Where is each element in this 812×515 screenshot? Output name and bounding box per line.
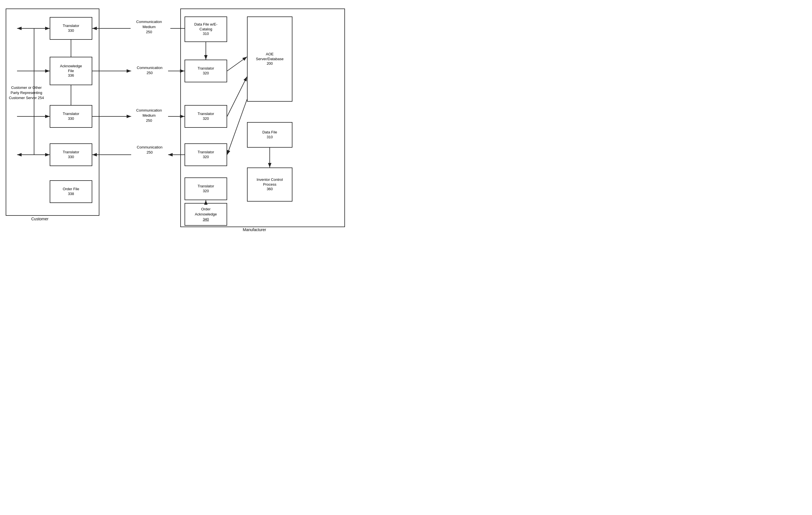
translator-320-top: Translator 320 bbox=[184, 60, 227, 82]
communication-250-mid: Communication 250 bbox=[131, 65, 168, 76]
comm-medium-250-top: Communication Medium 250 bbox=[130, 19, 168, 35]
manufacturer-label: Manufacturer bbox=[243, 227, 266, 232]
translator-320-mid: Translator 320 bbox=[184, 105, 227, 128]
order-acknowledge-340: Order Acknowledge 340 bbox=[184, 203, 227, 226]
customer-server-label: Customer or Other Party Representing Cus… bbox=[8, 85, 45, 101]
data-file-ecatalog-310: Data File w/E- Catalog 310 bbox=[184, 17, 227, 42]
translator-330-mid: Translator 330 bbox=[50, 105, 92, 128]
customer-label: Customer bbox=[31, 216, 49, 222]
comm-medium-250-bot: Communication Medium 250 bbox=[130, 108, 168, 123]
diagram: Customer or Other Party Representing Cus… bbox=[0, 0, 406, 258]
translator-330-bot: Translator 330 bbox=[50, 143, 92, 166]
inventor-control-360: Inventor Control Process 360 bbox=[247, 168, 292, 202]
communication-250-bot2: Communication 250 bbox=[131, 145, 168, 155]
acknowledge-file-336: Acknowledge File 336 bbox=[50, 57, 92, 85]
aoe-server-box: AOE Server/Database 200 bbox=[247, 17, 292, 102]
order-file-338: Order File 338 bbox=[50, 180, 92, 203]
translator-320-bot: Translator 320 bbox=[184, 143, 227, 166]
order-acknowledge-label: Order bbox=[195, 207, 216, 212]
translator-320-bot2: Translator 320 bbox=[184, 177, 227, 200]
translator-330-top: Translator 330 bbox=[50, 17, 92, 40]
data-file-310: Data File 310 bbox=[247, 122, 292, 148]
